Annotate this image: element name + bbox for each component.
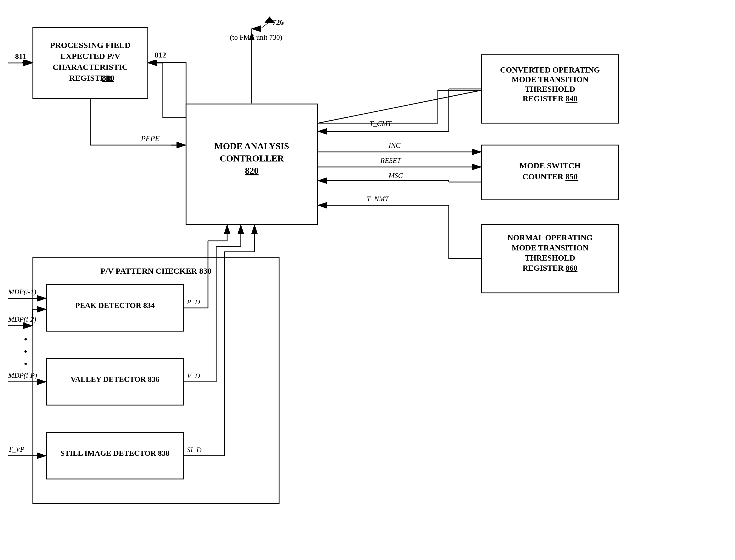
- svg-text:•: •: [24, 347, 27, 356]
- svg-text:PFPE: PFPE: [141, 134, 160, 143]
- svg-text:•: •: [24, 334, 27, 344]
- svg-text:CONTROLLER: CONTROLLER: [220, 154, 284, 163]
- svg-text:PROCESSING FIELD: PROCESSING FIELD: [50, 41, 131, 50]
- svg-rect-23: [47, 432, 183, 479]
- svg-text:P/V PATTERN CHECKER 830: P/V PATTERN CHECKER 830: [100, 266, 212, 275]
- svg-text:VALLEY DETECTOR 836: VALLEY DETECTOR 836: [71, 375, 160, 383]
- svg-rect-18: [481, 145, 618, 200]
- connection-lines: [0, 0, 735, 560]
- main-svg: PROCESSING FIELD EXPECTED P/V CHARACTERI…: [0, 0, 735, 560]
- svg-text:REGISTER 860: REGISTER 860: [523, 264, 578, 272]
- svg-text:P_D: P_D: [187, 298, 200, 306]
- diagram: PROCESSING FIELD EXPECTED P/V CHARACTERI…: [0, 0, 735, 560]
- svg-text:EXPECTED P/V: EXPECTED P/V: [60, 51, 120, 60]
- svg-text:MDP(i-1): MDP(i-1): [8, 288, 36, 296]
- svg-text:•: •: [24, 359, 27, 369]
- svg-text:MSC: MSC: [388, 172, 403, 180]
- svg-text:T_CMT: T_CMT: [369, 120, 392, 128]
- svg-text:MODE TRANSITION: MODE TRANSITION: [512, 243, 589, 252]
- svg-line-86: [259, 23, 268, 30]
- svg-text:COUNTER 850: COUNTER 850: [522, 172, 578, 181]
- svg-rect-22: [47, 359, 183, 405]
- svg-text:INC: INC: [388, 142, 400, 149]
- svg-rect-17: [481, 55, 618, 123]
- svg-text:810: 810: [102, 73, 114, 82]
- svg-rect-19: [481, 224, 618, 293]
- svg-rect-20: [33, 257, 279, 504]
- svg-text:MODE ANALYSIS: MODE ANALYSIS: [215, 141, 289, 151]
- svg-text:REGISTER: REGISTER: [69, 73, 111, 82]
- svg-text:RESET: RESET: [380, 157, 401, 164]
- svg-text:MDP(i-2): MDP(i-2): [8, 315, 36, 323]
- svg-rect-16: [186, 104, 318, 224]
- svg-text:T_VP: T_VP: [8, 445, 24, 453]
- svg-text:T_NMT: T_NMT: [367, 195, 389, 203]
- svg-text:SI_D: SI_D: [187, 446, 202, 454]
- svg-text:CHARACTERISTIC: CHARACTERISTIC: [53, 62, 128, 71]
- svg-line-7: [318, 90, 481, 123]
- svg-text:812: 812: [155, 51, 166, 59]
- svg-marker-104: [264, 16, 275, 23]
- svg-text:MODE SWITCH: MODE SWITCH: [519, 161, 581, 170]
- svg-text:NORMAL OPERATING: NORMAL OPERATING: [507, 233, 592, 242]
- svg-text:(to FMC unit 730): (to FMC unit 730): [230, 33, 282, 41]
- svg-text:PEAK DETECTOR 834: PEAK DETECTOR 834: [75, 301, 155, 310]
- svg-rect-15: [33, 27, 148, 99]
- svg-text:V_D: V_D: [187, 372, 200, 380]
- svg-text:CONVERTED OPERATING: CONVERTED OPERATING: [500, 65, 600, 74]
- svg-text:MDP(i-P): MDP(i-P): [8, 371, 37, 379]
- svg-text:THRESHOLD: THRESHOLD: [525, 253, 575, 262]
- svg-text:726: 726: [272, 18, 284, 26]
- svg-text:THRESHOLD: THRESHOLD: [525, 85, 575, 93]
- svg-text:REGISTER 840: REGISTER 840: [523, 94, 578, 103]
- svg-text:811: 811: [15, 52, 26, 60]
- svg-rect-21: [47, 285, 183, 331]
- svg-text:820: 820: [245, 166, 259, 176]
- svg-text:STILL IMAGE DETECTOR 838: STILL IMAGE DETECTOR 838: [61, 449, 170, 457]
- svg-text:MODE TRANSITION: MODE TRANSITION: [512, 75, 589, 84]
